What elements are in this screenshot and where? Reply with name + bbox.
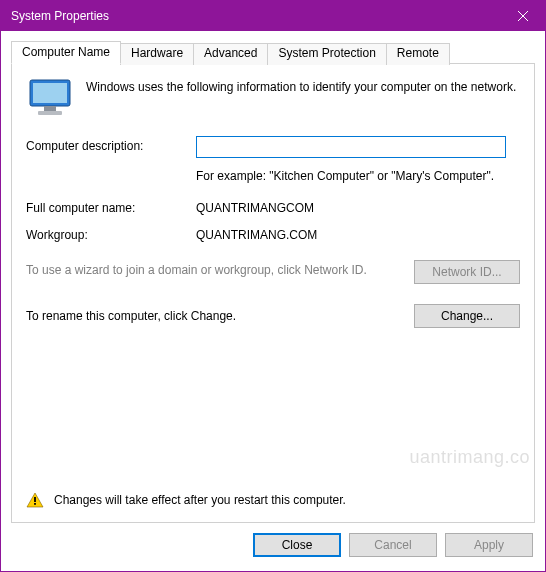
description-example: For example: "Kitchen Computer" or "Mary…: [196, 168, 506, 184]
rename-text: To rename this computer, click Change.: [26, 309, 404, 323]
dialog-button-bar: Close Cancel Apply: [11, 523, 535, 561]
warning-text: Changes will take effect after you resta…: [54, 493, 346, 507]
change-button[interactable]: Change...: [414, 304, 520, 328]
network-id-row: To use a wizard to join a domain or work…: [26, 260, 520, 284]
tab-system-protection[interactable]: System Protection: [267, 43, 386, 65]
tab-advanced[interactable]: Advanced: [193, 43, 268, 65]
tab-panel-computer-name: Windows uses the following information t…: [11, 63, 535, 523]
warning-icon: [26, 492, 44, 508]
computer-description-input[interactable]: [196, 136, 506, 158]
full-name-row: Full computer name: QUANTRIMANGCOM: [26, 198, 520, 215]
system-properties-window: System Properties Computer Name Hardware…: [0, 0, 546, 572]
workgroup-label: Workgroup:: [26, 225, 196, 242]
description-label: Computer description:: [26, 136, 196, 158]
network-id-text: To use a wizard to join a domain or work…: [26, 260, 404, 278]
cancel-button: Cancel: [349, 533, 437, 557]
close-icon: [518, 11, 528, 21]
computer-icon: [26, 78, 74, 118]
close-button[interactable]: Close: [253, 533, 341, 557]
full-name-label: Full computer name:: [26, 198, 196, 215]
close-window-button[interactable]: [500, 1, 545, 31]
window-title: System Properties: [11, 9, 500, 23]
intro-text: Windows uses the following information t…: [86, 78, 516, 118]
workgroup-value: QUANTRIMANG.COM: [196, 225, 317, 242]
tab-hardware[interactable]: Hardware: [120, 43, 194, 65]
svg-rect-5: [38, 111, 62, 115]
svg-rect-7: [34, 497, 36, 502]
watermark: uantrimang.co: [409, 447, 530, 468]
tab-strip: Computer Name Hardware Advanced System P…: [11, 41, 535, 63]
intro-row: Windows uses the following information t…: [26, 78, 520, 118]
rename-row: To rename this computer, click Change. C…: [26, 304, 520, 328]
client-area: Computer Name Hardware Advanced System P…: [1, 31, 545, 571]
svg-rect-8: [34, 503, 36, 505]
network-id-button: Network ID...: [414, 260, 520, 284]
svg-rect-4: [44, 106, 56, 111]
tab-remote[interactable]: Remote: [386, 43, 450, 65]
workgroup-row: Workgroup: QUANTRIMANG.COM: [26, 225, 520, 242]
description-row: Computer description:: [26, 136, 520, 158]
restart-warning: Changes will take effect after you resta…: [26, 492, 346, 508]
full-name-value: QUANTRIMANGCOM: [196, 198, 314, 215]
titlebar: System Properties: [1, 1, 545, 31]
tab-computer-name[interactable]: Computer Name: [11, 41, 121, 64]
svg-rect-3: [33, 83, 67, 103]
apply-button: Apply: [445, 533, 533, 557]
